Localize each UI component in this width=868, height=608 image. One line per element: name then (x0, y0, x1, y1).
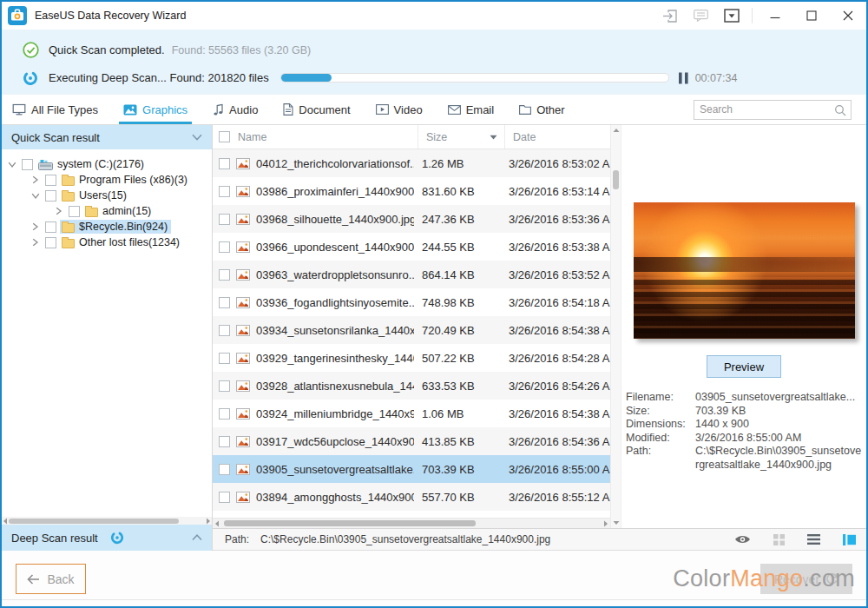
scroll-down-icon[interactable] (613, 520, 620, 525)
checkbox[interactable] (45, 221, 56, 233)
column-name[interactable]: Name (213, 125, 418, 149)
column-date[interactable]: Date (505, 125, 610, 149)
tab-all-file-types[interactable]: All File Types (10, 95, 100, 124)
chevron-right-icon[interactable] (30, 175, 41, 184)
elapsed-time: 00:07:34 (695, 72, 738, 84)
maximize-button[interactable] (793, 2, 830, 30)
chevron-right-icon[interactable] (30, 222, 41, 231)
checkbox[interactable] (22, 159, 33, 170)
login-icon[interactable] (654, 2, 685, 30)
file-size: 633.53 KB (414, 380, 501, 393)
column-size[interactable]: Size (418, 125, 505, 149)
file-row[interactable]: 03929_tangerinesinthesky_1440...507.22 K… (213, 344, 610, 372)
preview-eye-icon[interactable] (734, 534, 751, 545)
quick-scan-result-header[interactable]: Quick Scan result (2, 125, 212, 149)
file-row[interactable]: 03928_atlantisnexusnebula_144...633.53 K… (213, 372, 610, 400)
back-arrow-icon (27, 574, 40, 585)
scrollbar-thumb[interactable] (613, 170, 619, 189)
checkbox[interactable] (219, 158, 230, 169)
checkbox[interactable] (219, 269, 230, 281)
chevron-right-icon[interactable] (53, 207, 64, 215)
tree-item[interactable]: $Recycle.Bin(924) (2, 219, 212, 235)
file-row[interactable]: 03905_sunsetovergreatsaltlake...703.39 K… (213, 455, 610, 483)
file-row[interactable]: 03963_waterdroppletsonsunro...864.14 KB3… (213, 261, 610, 288)
file-row[interactable]: 03966_upondescent_1440x900....244.55 KB3… (213, 233, 610, 261)
file-size: 720.49 KB (414, 324, 501, 337)
pause-button[interactable] (678, 72, 689, 84)
detail-pane-view-icon[interactable] (843, 534, 856, 545)
checkbox[interactable] (219, 353, 230, 364)
checkbox[interactable] (219, 241, 230, 253)
tree-item[interactable]: admin(15) (2, 203, 212, 219)
file-row[interactable]: 03934_sunsetonsrilanka_1440x...720.49 KB… (213, 316, 610, 344)
scroll-left-icon[interactable] (214, 520, 220, 527)
search-icon[interactable] (834, 104, 846, 116)
file-row[interactable]: 03887_celestialfireworks_1440x...1.49 MB… (213, 511, 610, 518)
tab-video[interactable]: Video (374, 95, 424, 124)
scroll-up-icon[interactable] (613, 128, 620, 133)
file-row[interactable]: 03924_milleniumbridge_1440x9...1.06 MB3/… (213, 400, 610, 427)
scroll-right-icon[interactable] (206, 518, 211, 525)
chevron-up-icon[interactable] (192, 534, 202, 541)
tab-graphics[interactable]: Graphics (122, 95, 189, 124)
list-horizontal-scrollbar[interactable] (213, 518, 610, 528)
checkbox[interactable] (219, 464, 230, 475)
file-date: 3/26/2016 8:53:02 AM (501, 157, 610, 170)
chevron-down-icon[interactable] (30, 192, 41, 200)
success-check-icon (23, 42, 39, 58)
checkbox[interactable] (219, 408, 230, 420)
file-row[interactable]: 03917_wdc56upclose_1440x90...413.85 KB3/… (213, 427, 610, 455)
chevron-down-icon[interactable] (6, 161, 17, 169)
file-size: 413.85 KB (414, 435, 501, 448)
file-row[interactable]: 03894_amongghosts_1440x900...557.70 KB3/… (213, 483, 610, 511)
select-all-checkbox[interactable] (219, 131, 230, 142)
minimize-button[interactable] (757, 2, 793, 30)
tree-item[interactable]: Program Files (x86)(3) (2, 172, 212, 188)
tree-item[interactable]: system (C:)(2176) (2, 156, 212, 172)
file-name: 03905_sunsetovergreatsaltlake... (256, 463, 414, 476)
feedback-icon[interactable] (685, 2, 716, 30)
deep-scan-result-header[interactable]: Deep Scan result (2, 525, 212, 551)
checkbox[interactable] (219, 436, 230, 447)
deep-scan-progressbar (280, 73, 669, 83)
scrollbar-thumb[interactable] (9, 519, 179, 524)
tab-other[interactable]: Other (517, 95, 567, 124)
thumbnail-view-icon[interactable] (773, 534, 785, 545)
file-row[interactable]: 03986_proximainferi_1440x900....831.60 K… (213, 177, 610, 205)
checkbox[interactable] (219, 380, 230, 392)
scroll-right-icon[interactable] (603, 520, 608, 527)
file-row[interactable]: 03968_silhouette_1440x900.jpg247.36 KB3/… (213, 205, 610, 233)
sort-dropdown-icon[interactable] (490, 135, 497, 140)
checkbox[interactable] (69, 206, 80, 217)
back-button[interactable]: Back (16, 564, 86, 594)
scroll-left-icon[interactable] (3, 518, 8, 525)
file-row[interactable]: 03936_fogandlightsinyosemite...748.98 KB… (213, 288, 610, 316)
close-button[interactable] (830, 2, 866, 30)
file-row[interactable]: 04012_therichcolorvariationsof...1.26 MB… (213, 149, 610, 177)
preview-button[interactable]: Preview (707, 355, 781, 378)
checkbox[interactable] (219, 297, 230, 308)
scrollbar-thumb[interactable] (224, 520, 476, 526)
search-input[interactable] (694, 100, 852, 120)
tab-email[interactable]: Email (446, 95, 496, 124)
tree-horizontal-scrollbar[interactable] (2, 517, 212, 525)
file-date: 3/26/2016 8:55:12 AM (501, 491, 610, 504)
chevron-down-icon[interactable] (192, 134, 202, 141)
checkbox[interactable] (45, 237, 56, 248)
chevron-right-icon[interactable] (30, 238, 41, 247)
quick-scan-status: Quick Scan completed. Found: 55563 files… (23, 39, 866, 61)
checkbox[interactable] (45, 175, 56, 186)
tree-item[interactable]: Users(15) (2, 188, 212, 203)
checkbox[interactable] (219, 214, 230, 225)
tab-document[interactable]: Document (281, 95, 352, 124)
checkbox[interactable] (219, 186, 230, 197)
tree-item[interactable]: Other lost files(1234) (2, 235, 212, 250)
checkbox[interactable] (219, 325, 230, 336)
list-vertical-scrollbar[interactable] (610, 125, 621, 528)
checkbox[interactable] (45, 190, 56, 202)
preview-thumbnail[interactable] (634, 202, 855, 339)
checkbox[interactable] (219, 492, 230, 503)
tab-audio[interactable]: Audio (211, 95, 260, 124)
list-view-icon[interactable] (807, 534, 820, 545)
menu-dropdown-icon[interactable] (716, 2, 747, 30)
